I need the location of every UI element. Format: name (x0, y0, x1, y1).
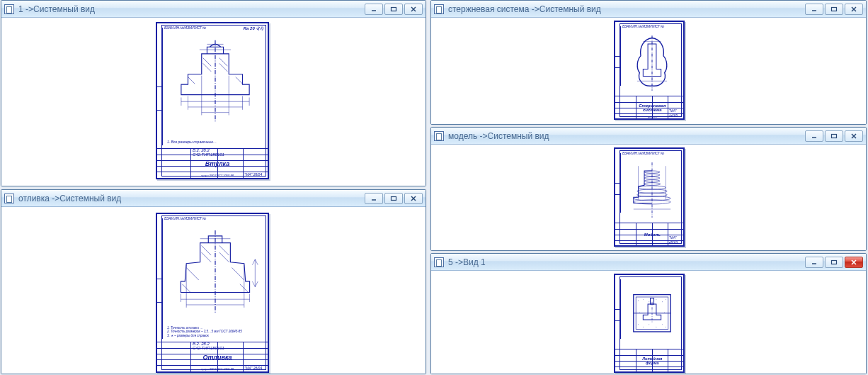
drawing (625, 32, 679, 94)
drawing-sheet: Литейная форма (614, 274, 685, 373)
maximize-button[interactable] (384, 193, 403, 204)
svg-point-70 (638, 324, 639, 325)
stamp-right: "МА" 12/05 (669, 98, 682, 117)
window-buttons (365, 4, 423, 15)
maximize-button[interactable] (825, 130, 843, 142)
svg-point-77 (664, 313, 665, 313)
titlebar[interactable]: отливка ->Системный вид (1, 190, 426, 207)
title-block: Модель "МА" 28/04 (615, 223, 683, 245)
svg-point-75 (666, 327, 666, 328)
window-title: 1 ->Системный вид (18, 4, 360, 14)
window-title: стержневая система ->Системный вид (448, 4, 801, 14)
titlebar[interactable]: стержневая система ->Системный вид (431, 1, 866, 18)
svg-point-64 (638, 301, 639, 301)
drawing (625, 285, 679, 347)
close-button[interactable] (404, 193, 423, 204)
minimize-button[interactable] (805, 257, 823, 268)
document-icon (434, 257, 444, 267)
window-buttons (805, 4, 863, 15)
svg-line-28 (232, 268, 244, 280)
drawing-sheet: ВЗАМ.ИН.№/ИЗМ/ЛИСТ № (156, 213, 269, 373)
close-button[interactable] (845, 4, 863, 15)
document-icon (4, 4, 14, 14)
roughness-marker: Ra 20 √(√) (244, 26, 263, 30)
titlebar[interactable]: 1 ->Системный вид (1, 1, 426, 18)
stamp-title: Литейная форма (637, 354, 668, 367)
window-title: 5 ->Вид 1 (448, 257, 801, 267)
maximize-button[interactable] (825, 257, 843, 268)
stamp-title: Стержневая система (637, 101, 668, 114)
svg-point-69 (666, 299, 666, 300)
title-block: Литейная форма (615, 349, 683, 371)
svg-point-71 (643, 327, 644, 328)
client-area[interactable]: ВЗАМ.ИН.№/ИЗМ/ЛИСТ № (1, 207, 426, 374)
stamp-right: "МА" 28/04 (244, 344, 266, 370)
svg-point-66 (649, 301, 649, 302)
stamp-material: чугун Л80 ГОСТ 1050-88 (193, 174, 242, 177)
svg-rect-45 (832, 134, 837, 138)
drawing-sheet: ВЗАМ.ИН.№/ИЗМ/ЛИСТ № Ra 20 √(√) (156, 22, 269, 179)
stamp-code: В.2. 28.2 С42.ТИП180101 (193, 342, 242, 349)
mdi-window-5[interactable]: 5 ->Вид 1 (430, 253, 867, 374)
window-buttons (805, 257, 863, 268)
titlebar[interactable]: 5 ->Вид 1 (431, 254, 866, 271)
svg-point-65 (643, 299, 644, 300)
svg-point-67 (656, 299, 656, 300)
minimize-button[interactable] (805, 130, 823, 142)
client-area[interactable]: ВЗАМ.ИН.№/ИЗМ/ЛИСТ № Ra 20 √(√) (1, 18, 426, 186)
mdi-window-4[interactable]: модель ->Системный вид ВЗАМ.ИН.№/ИЗМ/ЛИС… (430, 127, 867, 251)
svg-line-8 (236, 77, 243, 84)
drawing (167, 33, 263, 142)
title-block: В.2. 28.2 С42.ТИП180101 Отливка "МА" 28/… (157, 342, 268, 371)
drawing-sheet: ВЗАМ.ИН.№/ИЗМ/ЛИСТ № (614, 21, 685, 120)
maximize-button[interactable] (384, 4, 403, 15)
topcode: ВЗАМ.ИН.№/ИЗМ/ЛИСТ № (622, 24, 664, 28)
document-icon (4, 194, 14, 203)
svg-point-76 (639, 313, 640, 313)
minimize-button[interactable] (365, 4, 383, 15)
titlebar[interactable]: модель ->Системный вид (431, 128, 866, 145)
window-buttons (365, 193, 423, 204)
svg-line-7 (188, 77, 195, 84)
svg-point-73 (656, 327, 656, 328)
notes: 1. Точность отливки … 2. Точность размер… (167, 326, 261, 337)
stamp-code: В.2. 28.2 С42.ТИП180101 (193, 148, 242, 156)
mdi-window-2[interactable]: отливка ->Системный вид ВЗАМ.ИН.№/ИЗМ/ЛИ… (1, 189, 426, 374)
document-icon (434, 4, 444, 14)
client-area[interactable]: ВЗАМ.ИН.№/ИЗМ/ЛИСТ № (431, 18, 866, 124)
topcode: ВЗАМ.ИН.№/ИЗМ/ЛИСТ № (622, 151, 664, 155)
close-button[interactable] (404, 4, 423, 15)
drawing (625, 159, 679, 221)
title-block: В.2. 28.2 С42.ТИП180101 Втулка "МА" 28/0… (157, 148, 268, 178)
stamp-material: чугун Л80 ГОСТ 1050-88 (193, 367, 242, 371)
client-area[interactable]: Литейная форма (431, 271, 866, 374)
document-icon (434, 131, 444, 141)
window-title: отливка ->Системный вид (18, 194, 360, 203)
svg-rect-1 (392, 7, 396, 11)
maximize-button[interactable] (825, 4, 843, 15)
svg-point-74 (662, 324, 663, 325)
stamp-title: Модель (637, 228, 668, 241)
close-button[interactable] (845, 257, 863, 268)
svg-point-72 (649, 324, 649, 325)
topcode: ВЗАМ.ИН.№/ИЗМ/ЛИСТ № (164, 26, 206, 30)
title-block: Стержневая система "МА" 12/05 форма (615, 96, 683, 118)
mdi-window-3[interactable]: стержневая система ->Системный вид ВЗАМ.… (430, 0, 867, 125)
svg-point-68 (662, 301, 663, 302)
stamp-right: "МА" 28/04 (669, 225, 682, 244)
svg-rect-61 (832, 260, 837, 264)
drawing-sheet: ВЗАМ.ИН.№/ИЗМ/ЛИСТ № (614, 147, 685, 247)
window-buttons (805, 130, 863, 142)
svg-rect-40 (832, 7, 837, 11)
window-title: модель ->Системный вид (448, 131, 801, 141)
topcode: ВЗАМ.ИН.№/ИЗМ/ЛИСТ № (164, 216, 206, 220)
mdi-window-1[interactable]: 1 ->Системный вид ВЗАМ.ИН.№/ИЗМ/ЛИСТ № R… (1, 0, 426, 186)
drawing (167, 224, 263, 336)
client-area[interactable]: ВЗАМ.ИН.№/ИЗМ/ЛИСТ № (431, 145, 866, 250)
minimize-button[interactable] (805, 4, 823, 15)
stamp-right: "МА" 28/04 (244, 150, 266, 177)
minimize-button[interactable] (365, 193, 383, 204)
stamp-title: Втулка (193, 156, 242, 171)
close-button[interactable] (845, 130, 863, 142)
svg-rect-21 (392, 196, 396, 200)
